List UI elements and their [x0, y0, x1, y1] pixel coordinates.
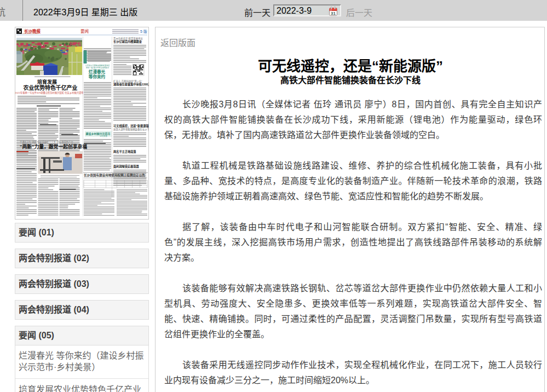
svg-text:平潭区卫生"两新"组织党建模范先锋,创业,限党世产力: 平潭区卫生"两新"组织党建模范先锋,创业,限党世产力 [20, 140, 73, 144]
svg-text:农业优势特色千亿产业: 农业优势特色千亿产业 [23, 84, 78, 91]
svg-text:培育发展: 培育发展 [37, 79, 57, 85]
svg-text:等你来约: 等你来约 [89, 74, 106, 79]
svg-text:百铃一起 宣沙中转异由同模式: 百铃一起 宣沙中转异由同模式 [86, 66, 110, 69]
svg-text:长沙亿城境内楼满踏金: 长沙亿城境内楼满踏金 [113, 39, 142, 44]
svg-text:31: 31 [331, 11, 336, 16]
svg-text:长沙县国有建设用地使用权网上挂牌出让公告: 长沙县国有建设用地使用权网上挂牌出让公告 [84, 173, 145, 177]
svg-text:2022年省委一号文件329项重点任务村振兴馆舵 住友乡村振: 2022年省委一号文件329项重点任务村振兴馆舵 住友乡村振兴清单 [15, 91, 84, 95]
svg-text:要闻: 要闻 [80, 29, 89, 34]
svg-text:高铁大部件智能铺换装备在长沙下线: 高铁大部件智能铺换装备在长沙下线 [113, 128, 149, 131]
svg-text:小手机山文旅新品和新区宣传村: 小手机山文旅新品和新区宣传村 [85, 64, 110, 67]
svg-text:可无线遥控，还是“新能源版”: 可无线遥控，还是“新能源版” [113, 124, 149, 128]
svg-text:乡村美景: 乡村美景 [100, 135, 107, 137]
svg-text:面利润绿受応振荡器: 面利润绿受応振荡器 [113, 164, 140, 169]
svg-text:长沙晚报: 长沙晚报 [24, 28, 41, 34]
svg-text:两名平主迁地段落: 两名平主迁地段落 [113, 149, 136, 154]
svg-text:烂漫春光: 烂漫春光 [89, 69, 106, 74]
svg-text:湖南夜住星级集中审核1300万吨: 湖南夜住星级集中审核1300万吨 [113, 82, 149, 87]
svg-text:5 版: 5 版 [140, 29, 147, 34]
svg-text:“两新”力量，跟党一起创享幸福: “两新”力量，跟党一起创享幸福 [20, 143, 87, 149]
